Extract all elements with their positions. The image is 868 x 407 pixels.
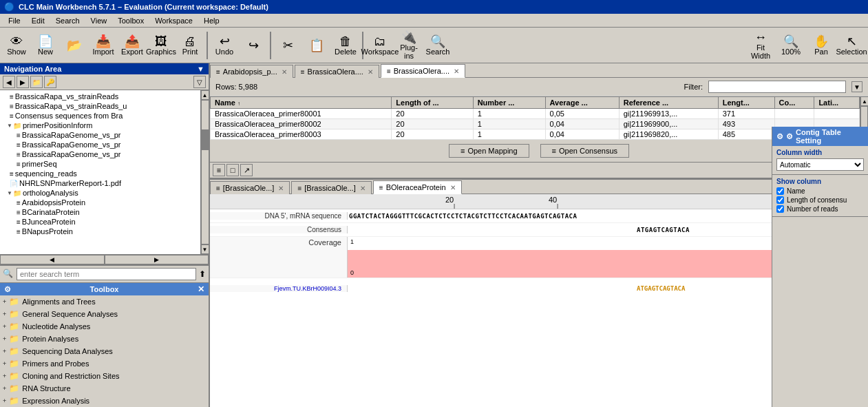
- search-icon-btn[interactable]: 🔍: [3, 269, 14, 280]
- nav-tool-btn-1[interactable]: ◀: [3, 76, 15, 88]
- workspace-button[interactable]: 🗂 Workspace: [366, 30, 394, 61]
- menu-edit[interactable]: Edit: [26, 15, 50, 26]
- nav-tool-btn-4[interactable]: 🔑: [44, 76, 56, 88]
- nav-tree-scrollbar[interactable]: ▲ ▼: [200, 90, 209, 254]
- open-consensus-button[interactable]: ≡ Open Consensus: [540, 144, 629, 158]
- scrollbar-down[interactable]: ▼: [201, 244, 209, 254]
- mini-btn-1[interactable]: ≡: [213, 164, 225, 176]
- export-button[interactable]: 📤 Export: [118, 30, 146, 61]
- toolbox-item-protein[interactable]: + 📁 Protein Analyses: [0, 333, 209, 345]
- column-width-select[interactable]: Automatic: [776, 158, 864, 171]
- nav-next-btn[interactable]: ▶: [105, 255, 209, 264]
- expand-icon[interactable]: +: [3, 397, 6, 404]
- column-width-title[interactable]: Column width: [776, 149, 864, 156]
- table-scroll-up[interactable]: ▲: [860, 96, 868, 106]
- menu-workspace[interactable]: Workspace: [149, 15, 198, 26]
- show-button[interactable]: 👁 Show: [3, 30, 30, 61]
- tree-item-genome-vs2[interactable]: ≡ BrassicaRapaGenome_vs_pr: [1, 140, 199, 149]
- table-row[interactable]: BrassicaOleracea_primer80001 20 1 0,05 g…: [211, 109, 860, 119]
- tab-close-btn[interactable]: ✕: [282, 68, 287, 76]
- tree-item-brassica-rapa-reads[interactable]: ≡ BrassicaRapa_vs_strainReads: [1, 92, 199, 101]
- toolbox-item-cloning[interactable]: + 📁 Cloning and Restriction Sites: [0, 370, 209, 382]
- tree-item-sequencing[interactable]: ≡ sequencing_reads: [1, 169, 199, 178]
- expand-icon[interactable]: ▼: [7, 190, 12, 196]
- search-button[interactable]: 🔍 Search: [424, 30, 452, 61]
- mini-btn-2[interactable]: □: [226, 164, 239, 176]
- print-button[interactable]: 🖨 Print: [176, 30, 204, 61]
- show-column-title[interactable]: Show column: [776, 178, 864, 185]
- tree-item-consensus[interactable]: ≡ Consensus sequences from Bra: [1, 111, 199, 121]
- selection-button[interactable]: ↖ Selection: [838, 30, 865, 61]
- scrollbar-up[interactable]: ▲: [201, 90, 209, 100]
- fit-width-button[interactable]: ↔ Fit Width: [747, 30, 774, 61]
- expand-search-btn[interactable]: ⬆: [199, 269, 206, 279]
- menu-search[interactable]: Search: [50, 15, 85, 26]
- tab-arabidopsis[interactable]: ≡ Arabidopsis_p... ✕: [210, 65, 293, 78]
- redo-button[interactable]: ↪: [240, 30, 267, 61]
- zoom-100-button[interactable]: 🔍 100%: [777, 30, 805, 61]
- nav-prev-btn[interactable]: ◀: [0, 255, 105, 264]
- tree-item-primer-seq[interactable]: ≡ primerSeq: [1, 159, 199, 169]
- toolbox-item-rna[interactable]: + 📁 RNA Structure: [0, 382, 209, 395]
- open-mapping-button[interactable]: ≡ Open Mapping: [449, 144, 529, 158]
- tree-item-brassica-rapa-reads-u[interactable]: ≡ BrassicaRapa_vs_strainReads_u: [1, 101, 199, 111]
- col-lati[interactable]: Lati...: [814, 97, 860, 109]
- settings-icon[interactable]: ⚙: [776, 132, 783, 141]
- nav-filter-btn[interactable]: ▽: [193, 76, 206, 88]
- tree-item-pdf[interactable]: 📄 NHRLSNPmarkerReport-1.pdf: [1, 178, 199, 188]
- col-name-checkbox[interactable]: [776, 187, 784, 195]
- tab-close-btn[interactable]: ✕: [278, 185, 284, 192]
- tree-item-genome-vs3[interactable]: ≡ BrassicaRapaGenome_vs_pr: [1, 149, 199, 159]
- table-row[interactable]: BrassicaOleracea_primer80002 20 1 0,04 g…: [211, 119, 860, 129]
- nav-tool-btn-2[interactable]: ▶: [17, 76, 29, 88]
- col-reference[interactable]: Reference ...: [619, 97, 718, 109]
- delete-button[interactable]: 🗑 Delete: [332, 30, 359, 61]
- tree-item-ortholog[interactable]: ▼ 📁 orthologAnalysis: [1, 188, 199, 198]
- menu-toolbox[interactable]: Toolbox: [112, 15, 149, 26]
- open-button[interactable]: 📂: [61, 30, 88, 61]
- col-reads-checkbox[interactable]: [776, 205, 784, 213]
- menu-file[interactable]: File: [3, 15, 26, 26]
- scrollbar-thumb[interactable]: [202, 129, 209, 150]
- tree-item-bnapus[interactable]: ≡ BNapusProtein: [1, 227, 199, 236]
- tab-close-btn[interactable]: ✕: [368, 68, 373, 76]
- col-co[interactable]: Co...: [774, 97, 814, 109]
- tree-item-arabidopsis-protein[interactable]: ≡ ArabidopsisProtein: [1, 198, 199, 207]
- expand-icon[interactable]: +: [3, 373, 6, 379]
- toolbox-item-sequencing[interactable]: + 📁 Sequencing Data Analyses: [0, 345, 209, 357]
- tab-brassicaole-2[interactable]: ≡ [BrassicaOle...] ✕: [291, 181, 371, 194]
- graphics-button[interactable]: 🖼 Graphics: [147, 30, 175, 61]
- nav-filter-icon[interactable]: ▼: [197, 65, 204, 73]
- tree-item-genome-vs1[interactable]: ≡ BrassicaRapaGenome_vs_pr: [1, 130, 199, 140]
- pan-button[interactable]: ✋ Pan: [807, 30, 835, 61]
- tab-brassicaole-1[interactable]: ≡ [BrassicaOle...] ✕: [210, 181, 290, 194]
- settings-icon-2[interactable]: ⚙: [786, 132, 793, 141]
- expand-icon[interactable]: +: [3, 385, 6, 392]
- toolbox-item-general-seq[interactable]: + 📁 General Sequence Analyses: [0, 308, 209, 320]
- filter-expand-btn[interactable]: ▼: [851, 81, 862, 92]
- expand-icon[interactable]: +: [3, 311, 6, 317]
- nav-tool-btn-3[interactable]: 📁: [30, 76, 43, 88]
- col-lengt[interactable]: Lengt...: [718, 97, 774, 109]
- tab-close-btn[interactable]: ✕: [454, 67, 459, 75]
- expand-icon[interactable]: +: [3, 323, 6, 330]
- tab-brassica2[interactable]: ≡ BrassicaOlera.... ✕: [381, 64, 465, 78]
- undo-button[interactable]: ↩ Undo: [211, 30, 238, 61]
- filter-input[interactable]: [708, 81, 846, 93]
- import-button[interactable]: 📥 Import: [89, 30, 117, 61]
- toolbox-close-btn[interactable]: ✕: [198, 284, 204, 294]
- toolbox-item-expression[interactable]: + 📁 Expression Analysis: [0, 395, 209, 407]
- tree-item-bcarinata[interactable]: ≡ BCarinataProtein: [1, 207, 199, 217]
- scrollbar-track[interactable]: [201, 100, 209, 244]
- expand-icon[interactable]: +: [3, 360, 6, 367]
- search-input[interactable]: [17, 268, 196, 280]
- col-average[interactable]: Average ...: [545, 97, 619, 109]
- expand-icon[interactable]: +: [3, 348, 6, 355]
- cut-button[interactable]: ✂: [274, 30, 301, 61]
- toolbox-item-primers[interactable]: + 📁 Primers and Probes: [0, 357, 209, 370]
- tab-close-btn[interactable]: ✕: [450, 184, 456, 191]
- menu-view[interactable]: View: [85, 15, 113, 26]
- table-row[interactable]: BrassicaOleracea_primer80003 20 1 0,04 g…: [211, 129, 860, 140]
- plugins-button[interactable]: 🔌 Plug-ins: [395, 30, 423, 61]
- col-name[interactable]: Name ↑: [211, 97, 392, 109]
